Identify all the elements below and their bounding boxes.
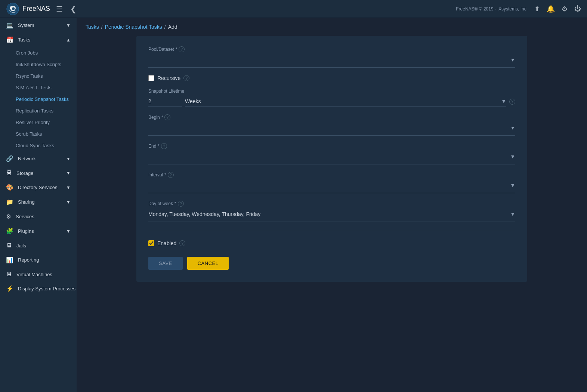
sidebar-item-system-label: System (18, 22, 34, 28)
end-select[interactable] (148, 151, 510, 162)
begin-dropdown-arrow[interactable]: ▼ (510, 125, 515, 131)
lifetime-unit-dropdown-arrow[interactable]: ▼ (501, 98, 506, 104)
sidebar-item-plugins-label: Plugins (18, 228, 34, 234)
sidebar-item-tasks[interactable]: 📅 Tasks ▲ (0, 33, 77, 47)
sidebar-item-directory-services[interactable]: 🎨 Directory Services ▼ (0, 180, 77, 195)
power-icon[interactable]: ⏻ (574, 5, 581, 13)
logo-text: FreeNAS (22, 5, 50, 13)
system-arrow-icon: ▼ (66, 23, 71, 28)
rsync-tasks-label: Rsync Tasks (16, 73, 43, 79)
pool-dataset-group: Pool/Dataset * ? ▼ (148, 46, 515, 68)
virtual-machines-icon: 🖥 (6, 271, 12, 278)
enabled-help-icon[interactable]: ? (179, 240, 185, 246)
sidebar-item-network[interactable]: 🔗 Network ▼ (0, 151, 77, 166)
sidebar-item-virtual-machines-label: Virtual Machines (16, 272, 52, 277)
sidebar-item-system[interactable]: 💻 System ▼ (0, 18, 77, 33)
sidebar-item-sharing-label: Sharing (18, 199, 35, 205)
freenas-logo-icon (6, 2, 19, 16)
sidebar-item-storage-label: Storage (16, 170, 34, 176)
sidebar-item-jails[interactable]: 🖥 Jails (0, 238, 77, 253)
snapshot-lifetime-input[interactable] (148, 96, 182, 107)
recursive-checkbox[interactable] (148, 75, 154, 81)
interval-dropdown-arrow[interactable]: ▼ (510, 182, 515, 188)
interval-group: Interval * ? ▼ (148, 172, 515, 193)
reporting-icon: 📊 (6, 256, 13, 263)
snapshot-lifetime-unit-select[interactable]: Hours Days Weeks Months Years (185, 96, 501, 107)
settings-icon[interactable]: ⚙ (562, 5, 568, 13)
breadcrumb-tasks[interactable]: Tasks (86, 24, 99, 30)
main-layout: 💻 System ▼ 📅 Tasks ▲ Cron Jobs Init/Shut… (0, 18, 587, 392)
pool-dataset-help-icon[interactable]: ? (179, 46, 185, 52)
day-of-week-row: ▼ (148, 209, 515, 222)
hamburger-icon[interactable]: ☰ (55, 3, 64, 15)
breadcrumb-periodic-snapshot[interactable]: Periodic Snapshot Tasks (105, 24, 162, 30)
topbar: FreeNAS ☰ ❮ FreeNAS® © 2019 - iXsystems,… (0, 0, 587, 18)
tasks-arrow-icon: ▲ (66, 37, 71, 43)
upload-icon[interactable]: ⬆ (534, 5, 540, 13)
interval-help-icon[interactable]: ? (168, 172, 174, 178)
breadcrumb: Tasks / Periodic Snapshot Tasks / Add (77, 18, 587, 36)
sidebar-item-rsync-tasks[interactable]: Rsync Tasks (0, 70, 77, 82)
day-of-week-dropdown-arrow[interactable]: ▼ (510, 211, 515, 217)
enabled-group: Enabled ? (148, 240, 515, 246)
begin-select[interactable] (148, 123, 510, 133)
begin-help-icon[interactable]: ? (164, 114, 170, 120)
smart-tests-label: S.M.A.R.T. Tests (16, 85, 52, 90)
notifications-icon[interactable]: 🔔 (547, 5, 555, 13)
jails-icon: 🖥 (6, 242, 12, 249)
sidebar-item-sharing[interactable]: 📁 Sharing ▼ (0, 195, 77, 209)
sidebar-item-scrub-tasks[interactable]: Scrub Tasks (0, 128, 77, 140)
sidebar-item-storage[interactable]: 🗄 Storage ▼ (0, 166, 77, 180)
day-of-week-input[interactable] (148, 209, 510, 219)
sidebar-item-reporting[interactable]: 📊 Reporting (0, 253, 77, 267)
recursive-group: Recursive ? (148, 75, 515, 81)
sidebar-item-init-shutdown[interactable]: Init/Shutdown Scripts (0, 59, 77, 70)
interval-select[interactable] (148, 180, 510, 191)
topbar-left: FreeNAS ☰ ❮ (6, 2, 78, 16)
pool-dataset-dropdown-arrow[interactable]: ▼ (510, 57, 515, 63)
recursive-help-icon[interactable]: ? (183, 75, 189, 81)
sidebar-item-cron-jobs[interactable]: Cron Jobs (0, 47, 77, 59)
snapshot-lifetime-help-icon[interactable]: ? (509, 99, 515, 105)
pool-dataset-select[interactable] (148, 55, 510, 65)
end-dropdown-arrow[interactable]: ▼ (510, 154, 515, 160)
save-button[interactable]: SAVE (148, 257, 183, 270)
sidebar-item-cloud-sync-tasks[interactable]: Cloud Sync Tasks (0, 140, 77, 151)
sidebar-item-services[interactable]: ⚙ Services (0, 209, 77, 224)
sidebar-item-resilver-priority[interactable]: Resilver Priority (0, 117, 77, 128)
sidebar-item-virtual-machines[interactable]: 🖥 Virtual Machines (0, 267, 77, 281)
plugins-arrow-icon: ▼ (66, 229, 71, 234)
breadcrumb-add: Add (168, 24, 177, 30)
tasks-icon: 📅 (6, 36, 13, 43)
back-chevron-icon[interactable]: ❮ (69, 3, 78, 15)
section-divider (148, 231, 515, 231)
sidebar-item-smart-tests[interactable]: S.M.A.R.T. Tests (0, 82, 77, 93)
sidebar-item-plugins[interactable]: 🧩 Plugins ▼ (0, 224, 77, 238)
pool-dataset-label: Pool/Dataset * ? (148, 46, 515, 52)
enabled-checkbox[interactable] (148, 240, 154, 246)
sidebar-item-directory-services-label: Directory Services (18, 185, 57, 190)
end-dropdown-row: ▼ (148, 151, 515, 164)
sidebar-item-reporting-label: Reporting (18, 257, 39, 263)
periodic-snapshot-label: Periodic Snapshot Tasks (16, 96, 69, 102)
sharing-arrow-icon: ▼ (66, 200, 71, 205)
init-shutdown-label: Init/Shutdown Scripts (16, 62, 61, 67)
interval-label: Interval * ? (148, 172, 515, 178)
day-of-week-help-icon[interactable]: ? (178, 201, 184, 207)
replication-tasks-label: Replication Tasks (16, 108, 53, 114)
services-icon: ⚙ (6, 213, 11, 220)
storage-icon: 🗄 (6, 170, 12, 176)
sidebar-item-display-system-processes[interactable]: ⚡ Display System Processes (0, 281, 77, 296)
cancel-button[interactable]: CANCEL (187, 257, 229, 270)
sidebar-item-network-label: Network (18, 156, 36, 161)
recursive-checkbox-row: Recursive ? (148, 75, 515, 81)
form-button-row: SAVE CANCEL (148, 257, 515, 270)
system-icon: 💻 (6, 22, 13, 29)
storage-arrow-icon: ▼ (66, 170, 71, 176)
sidebar-item-replication-tasks[interactable]: Replication Tasks (0, 105, 77, 117)
sidebar-item-periodic-snapshot[interactable]: Periodic Snapshot Tasks (0, 93, 77, 105)
end-help-icon[interactable]: ? (161, 143, 167, 149)
sidebar-item-display-system-processes-label: Display System Processes (18, 286, 75, 291)
version-info: FreeNAS® © 2019 - iXsystems, Inc. (456, 6, 528, 12)
begin-label: Begin * ? (148, 114, 515, 120)
